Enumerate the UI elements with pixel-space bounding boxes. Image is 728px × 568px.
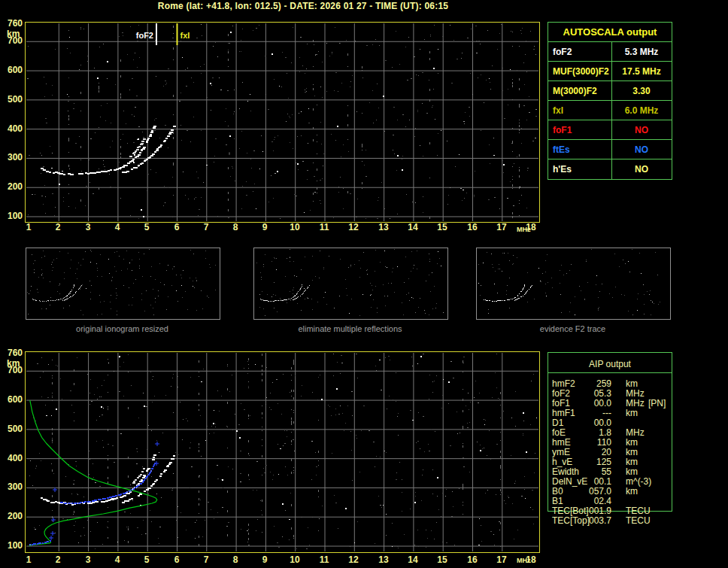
x-tick-label: 17 bbox=[493, 554, 511, 565]
x-tick-label: 5 bbox=[138, 222, 156, 232]
thumbnail-evidence-canvas bbox=[477, 248, 669, 317]
x-tick-label: 11 bbox=[315, 554, 333, 565]
grid-layer bbox=[26, 23, 538, 221]
x-tick-label: 13 bbox=[375, 222, 393, 232]
x-tick-label: 12 bbox=[344, 222, 362, 232]
autoscala-row-hes: h'EsNO bbox=[548, 159, 672, 179]
x-tick-label: 15 bbox=[433, 554, 451, 565]
autoscala-param-label: M(3000)F2 bbox=[553, 81, 597, 101]
thumbnail-trace-layer bbox=[260, 284, 310, 302]
thumbnail-caption-eliminate: eliminate multiple reflections bbox=[253, 324, 447, 333]
thumbnail-noise-layer bbox=[256, 249, 444, 316]
autoscala-param-value: 6.0 MHz bbox=[612, 101, 671, 120]
autoscala-param-label: h'Es bbox=[553, 159, 572, 179]
x-tick-label: 13 bbox=[375, 554, 393, 565]
x-tick-label: 3 bbox=[79, 222, 97, 232]
x-tick-label: 7 bbox=[197, 222, 215, 232]
y-tick-label: 100 bbox=[0, 211, 23, 221]
y-tick-label: 200 bbox=[0, 511, 23, 521]
y-tick-label: 200 bbox=[0, 181, 23, 192]
x-tick-label: 2 bbox=[49, 554, 67, 565]
x-tick-label: 6 bbox=[168, 554, 186, 565]
autoscala-row-muf3000f2: MUF(3000)F217.5 MHz bbox=[548, 62, 672, 81]
x-tick-label: 7 bbox=[197, 554, 215, 565]
x-tick-label: 18 bbox=[522, 222, 540, 232]
x-tick-label: 3 bbox=[79, 554, 97, 565]
thumbnail-caption-original: original ionogram resized bbox=[26, 324, 219, 333]
x-tick-label: 8 bbox=[226, 554, 244, 565]
echo-trace-layer bbox=[122, 126, 176, 173]
aip-param-unit: TECU bbox=[626, 516, 651, 526]
aip-param-unit: km bbox=[626, 487, 638, 497]
x-tick-label: 16 bbox=[463, 554, 481, 565]
x-tick-label: 17 bbox=[493, 222, 511, 232]
y-tick-label: 700 bbox=[0, 365, 23, 375]
scaled-ionogram-plot: foF2fxI bbox=[25, 22, 540, 223]
echo-trace-layer bbox=[41, 454, 156, 506]
x-tick-label: 11 bbox=[315, 222, 333, 232]
thumbnail-eliminate-reflections bbox=[253, 248, 448, 320]
restored-trace-layer bbox=[29, 540, 51, 545]
echo-trace-layer bbox=[122, 455, 175, 503]
y-tick-label: 300 bbox=[0, 481, 23, 492]
y-tick-label: 500 bbox=[0, 424, 23, 434]
thumbnail-evidence-f2 bbox=[476, 248, 671, 320]
noise-layer bbox=[29, 354, 537, 549]
y-tick-label: 700 bbox=[0, 35, 23, 46]
y-tick-label: 600 bbox=[0, 394, 23, 405]
autoscala-output-table: AUTOSCALA output foF25.3 MHzMUF(3000)F21… bbox=[548, 22, 672, 180]
autoscala-param-value: NO bbox=[612, 159, 671, 179]
x-tick-label: 2 bbox=[49, 222, 67, 232]
x-tick-label: 16 bbox=[463, 222, 481, 232]
x-tick-label: 14 bbox=[404, 554, 422, 565]
fxi-marker-label: fxI bbox=[180, 31, 190, 40]
autoscala-param-label: foF2 bbox=[553, 42, 572, 62]
y-tick-label: 760 bbox=[0, 18, 23, 29]
y-tick-label: 100 bbox=[0, 540, 23, 551]
aip-table-header: AIP output bbox=[548, 357, 672, 372]
thumbnail-original-ionogram bbox=[26, 248, 220, 320]
x-tick-label: 4 bbox=[108, 554, 126, 565]
x-tick-label: 8 bbox=[226, 222, 244, 232]
thumbnail-original-canvas bbox=[26, 248, 218, 317]
fof2-marker-label: foF2 bbox=[136, 31, 153, 40]
x-tick-label: 1 bbox=[20, 222, 38, 232]
scaled-ionogram-canvas: foF2fxI bbox=[26, 23, 539, 222]
thumbnail-noise-layer bbox=[27, 249, 216, 315]
y-tick-label: 760 bbox=[0, 348, 23, 358]
y-tick-label: 300 bbox=[0, 152, 23, 163]
x-tick-label: 6 bbox=[168, 222, 186, 232]
thumbnail-caption-evidence: evidence F2 trace bbox=[476, 324, 669, 333]
autoscala-param-value: 17.5 MHz bbox=[612, 62, 671, 81]
x-tick-label: 4 bbox=[108, 222, 126, 232]
x-tick-label: 14 bbox=[404, 222, 422, 232]
aip-param-value: 003.7 bbox=[563, 516, 611, 526]
autoscala-param-label: MUF(3000)F2 bbox=[553, 62, 609, 81]
x-tick-label: 5 bbox=[138, 554, 156, 565]
x-tick-label: 12 bbox=[344, 554, 362, 565]
y-tick-label: 400 bbox=[0, 123, 23, 134]
autoscala-param-value: 3.30 bbox=[612, 81, 671, 101]
page-title: Rome (lat: +41.8, lon: 012.5) - DATE: 20… bbox=[0, 1, 606, 11]
thumbnail-eliminate-canvas bbox=[254, 248, 446, 317]
grid-layer bbox=[26, 353, 538, 551]
autoscala-row-fof1: foF1NO bbox=[548, 120, 672, 140]
x-tick-label: 10 bbox=[286, 554, 304, 565]
autoscala-row-m3000f2: M(3000)F23.30 bbox=[548, 81, 672, 101]
aip-param-unit: km bbox=[626, 409, 638, 418]
isolated-blue-points-layer bbox=[49, 442, 159, 540]
autoscala-param-label: ftEs bbox=[553, 140, 570, 159]
autoscala-row-fxi: fxI6.0 MHz bbox=[548, 101, 672, 120]
autoscala-param-label: fxI bbox=[553, 101, 563, 120]
y-tick-label: 400 bbox=[0, 453, 23, 463]
autoscala-param-value: 5.3 MHz bbox=[612, 42, 671, 62]
y-tick-label: 600 bbox=[0, 65, 23, 75]
aip-row-tectop: TEC[Top]003.7TECU bbox=[548, 516, 672, 526]
aip-table-header-line bbox=[548, 372, 672, 373]
autoscala-param-value: NO bbox=[612, 120, 671, 140]
electron-density-profile-line bbox=[29, 400, 157, 546]
profile-ionogram-canvas bbox=[26, 352, 539, 552]
autoscala-param-label: foF1 bbox=[553, 120, 572, 140]
profile-ionogram-plot bbox=[25, 351, 540, 553]
x-tick-label: 9 bbox=[256, 222, 274, 232]
